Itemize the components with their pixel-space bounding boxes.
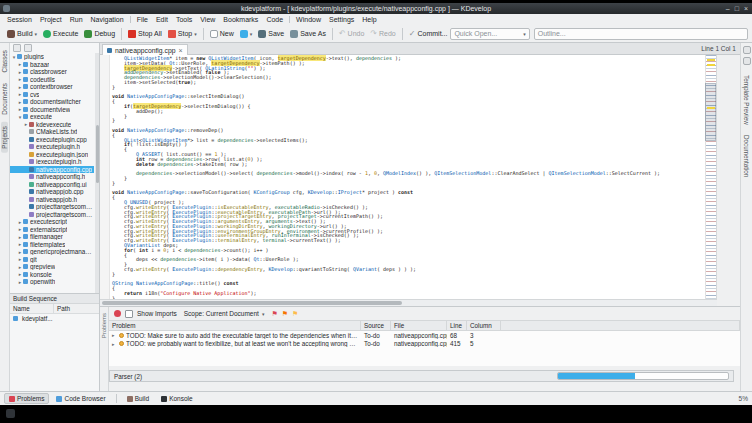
tree-item-genericprojectmanager[interactable]: ▸genericprojectmanager [10,248,94,256]
new-button[interactable]: New [207,28,237,40]
dock-tab-classes[interactable]: Classes [1,46,8,76]
tree-item-bazaar[interactable]: ▸bazaar [10,61,94,69]
menu-bookmarks[interactable]: Bookmarks [219,16,262,23]
menu-session[interactable]: Session [3,16,36,23]
editor-hscrollbar[interactable] [100,299,717,306]
quick-open-input[interactable]: Quick Open... ▾ [450,28,529,40]
expander-icon[interactable]: ▸ [112,341,117,347]
redo-button[interactable]: ↷Redo [367,28,398,40]
external-view-icon[interactable] [743,57,751,65]
build-sequence-row[interactable]: kdevplatf... [10,314,99,322]
tree-item-nativeappconfig.cpp[interactable]: nativeappconfig.cpp [10,166,94,174]
tree-item-kdevexecute[interactable]: ▸kdevexecute [10,121,94,129]
scope-dropdown[interactable]: Scope: Current Document ▾ [181,309,268,318]
undo-button[interactable]: ↶Undo [336,28,367,40]
projects-scrollbar[interactable] [95,53,99,293]
tree-item-executeplugin.json[interactable]: executeplugin.json [10,151,94,159]
commit-button[interactable]: ✓Commit... [406,28,451,40]
problems-column-line[interactable]: Line [447,321,467,330]
tree-item-contextbrowser[interactable]: ▸contextbrowser [10,83,94,91]
tree-item-grepview[interactable]: ▸grepview [10,263,94,271]
split-view-icon[interactable] [743,46,751,54]
tab-close-icon[interactable]: × [178,47,182,54]
dock-tab-template-preview[interactable]: Template Preview [743,75,750,125]
tree-item-projecttargetscombobox.cpp[interactable]: projecttargetscombobox.cpp [10,203,94,211]
statusbar-konsole[interactable]: Konsole [156,393,198,404]
dock-tab-documentation[interactable]: Documentation [743,135,750,177]
problems-filter-icon[interactable] [114,310,121,317]
problems-column-column[interactable]: Column [467,321,501,330]
taskbar-item[interactable] [6,409,15,418]
tree-item-konsole[interactable]: ▸konsole [10,271,94,279]
editor-tab[interactable]: nativeappconfig.cpp × [102,44,188,55]
minimize-button[interactable]: – [726,3,730,14]
tree-item-executeplugin.h[interactable]: executeplugin.h [10,143,94,151]
hscrollbar-thumb[interactable] [102,301,402,305]
statusbar-problems[interactable]: Problems [4,393,49,404]
tree-item-git[interactable]: ▸git [10,256,94,264]
tree-item-iexecuteplugin.h[interactable]: iexecuteplugin.h [10,158,94,166]
tree-item-projecttargetscombobox.h[interactable]: projecttargetscombobox.h [10,211,94,219]
problems-panel-handle[interactable]: Problems [100,307,109,391]
execute-button[interactable]: Execute [40,28,81,40]
warning-filter-icon[interactable]: ⚑ [282,310,288,317]
hint-filter-icon[interactable]: ⚑ [292,310,298,317]
menu-run[interactable]: Run [66,16,87,23]
menu-edit[interactable]: Edit [152,16,172,23]
tree-item-filemanager[interactable]: ▸filemanager [10,233,94,241]
tree-item-openwith[interactable]: ▸openwith [10,278,94,286]
menu-view[interactable]: View [196,16,219,23]
build-button[interactable]: Build▾ [4,28,40,40]
menu-tools[interactable]: Tools [172,16,196,23]
expander-icon[interactable]: ▸ [112,332,117,338]
code-editor[interactable]: QListWidgetItem* item = new QListWidgetI… [100,55,717,299]
maximize-button[interactable]: □ [735,3,739,14]
tree-item-execute[interactable]: ▾execute [10,113,94,121]
problem-row[interactable]: ▸TODO: Make sure to auto add the executa… [109,331,740,340]
error-filter-icon[interactable]: ⚑ [271,310,277,317]
debug-button[interactable]: Debug [81,28,118,40]
outline-input[interactable]: Outline... [534,28,748,40]
statusbar-code-browser[interactable]: Code Browser [51,393,110,404]
tree-item-nativeappconfig.h[interactable]: nativeappconfig.h [10,173,94,181]
tree-item-classbrowser[interactable]: ▸classbrowser [10,68,94,76]
stop-button[interactable]: Stop▾ [165,28,200,40]
statusbar-build[interactable]: Build [122,393,154,404]
minimap-scrollbar[interactable] [705,55,716,299]
menu-project[interactable]: Project [36,16,66,23]
tree-item-nativeappjob.cpp[interactable]: nativeappjob.cpp [10,188,94,196]
tree-item-nativeappjob.h[interactable]: nativeappjob.h [10,196,94,204]
titlebar[interactable]: kdevplatform - [ kdevplatform/plugins/ex… [0,3,752,14]
tree-item-documentswitcher[interactable]: ▸documentswitcher [10,98,94,106]
show-imports-label[interactable]: Show Imports [137,310,177,317]
tree-item-executescript[interactable]: ▸executescript [10,218,94,226]
tree-item-executeplugin.cpp[interactable]: executeplugin.cpp [10,136,94,144]
menu-code[interactable]: Code [262,16,287,23]
problems-column-problem[interactable]: Problem [109,321,361,330]
menu-window[interactable]: Window [292,16,325,23]
scrollbar-thumb[interactable] [96,125,99,183]
menu-settings[interactable]: Settings [325,16,358,23]
stop-all-button[interactable]: Stop All [125,28,165,40]
open-button[interactable]: ▾ [237,28,256,40]
tree-item-documentview[interactable]: ▸documentview [10,106,94,114]
minimap-thumb[interactable] [705,83,716,141]
save-button[interactable]: Save [255,28,287,40]
tree-item-externalscript[interactable]: ▸externalscript [10,226,94,234]
menu-navigation[interactable]: Navigation [87,16,128,23]
tree-item-cmakelists.txt[interactable]: CMakeLists.txt [10,128,94,136]
problems-column-file[interactable]: File [391,321,447,330]
problem-row[interactable]: ▸TODO: we probably want to flexibilize, … [109,340,740,349]
close-button[interactable]: × [744,3,748,14]
save-as-button[interactable]: Save As [287,28,329,40]
show-imports-checkbox[interactable] [125,310,133,318]
dock-tab-documents[interactable]: Documents [1,79,8,119]
tree-item-plugins[interactable]: ▾plugins [10,53,94,61]
tree-item-cvs[interactable]: ▸cvs [10,91,94,99]
column-name[interactable]: Name [10,304,54,313]
tree-item-codeutils[interactable]: ▸codeutils [10,76,94,84]
menu-file[interactable]: File [133,16,152,23]
tree-item-filetemplates[interactable]: ▸filetemplates [10,241,94,249]
menu-help[interactable]: Help [358,16,380,23]
problems-column-source[interactable]: Source [361,321,391,330]
